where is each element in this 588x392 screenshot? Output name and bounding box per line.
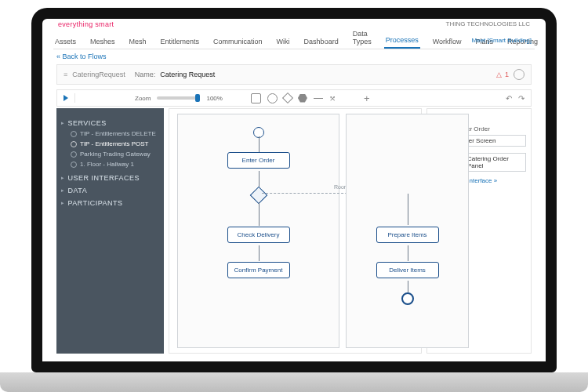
palette-section-ui[interactable]: USER INTERFACES — [61, 174, 159, 182]
back-to-flows-link[interactable]: « Back to Flows — [56, 53, 107, 60]
zoom-handle[interactable] — [195, 94, 200, 102]
separator — [74, 93, 75, 103]
undo-button[interactable]: ↶ — [506, 94, 512, 103]
workarea: SERVICES TIP - Entitlements DELETE TIP -… — [56, 108, 532, 354]
swimlane-1[interactable]: Enter Order Check Delivery Confirm Payme… — [177, 114, 339, 348]
brand-logo: everything smart — [58, 20, 114, 28]
tab-meshes[interactable]: Meshes — [89, 38, 117, 49]
editor-toolbar: Zoom 100% ⤧ + ↶ ↷ — [56, 89, 532, 107]
zoom-slider[interactable] — [157, 96, 200, 100]
palette-section-services[interactable]: SERVICES — [61, 119, 159, 127]
tab-entitlements[interactable]: Entitlements — [159, 38, 201, 49]
zoom-label: Zoom — [135, 95, 151, 102]
tenant-company: THING TECHNOLOGIES LLC — [446, 20, 530, 28]
zoom-value: 100% — [206, 95, 222, 102]
add-element-button[interactable]: + — [364, 93, 370, 104]
warning-count: 1 — [505, 71, 509, 78]
tab-communication[interactable]: Communication — [212, 38, 264, 49]
flow-name-bar: ≡ CateringRequest Name: Catering Request… — [56, 64, 532, 85]
props-ui-select[interactable]: Catering Order Panel — [463, 153, 526, 172]
diamond-tool-icon[interactable] — [282, 93, 293, 103]
end-event[interactable] — [401, 292, 414, 305]
connector — [259, 171, 260, 187]
process-canvas[interactable]: Enter Order Check Delivery Confirm Payme… — [169, 108, 422, 354]
palette-item[interactable]: Parking Trading Gateway — [61, 149, 159, 159]
hand-tool-icon[interactable]: ⤧ — [329, 94, 336, 103]
palette-item[interactable]: TIP - Entitlements DELETE — [61, 129, 159, 139]
task-prepare-items[interactable]: Prepare Items — [376, 227, 439, 243]
hexagon-tool-icon[interactable] — [298, 94, 307, 103]
flow-id: CateringRequest — [72, 71, 125, 78]
meet-link[interactable]: Meet [Smart Building] — [472, 37, 532, 44]
connector — [408, 281, 408, 292]
swimlane-2[interactable]: Prepare Items Deliver Items — [346, 114, 469, 348]
palette-item[interactable]: 1. Floor - Hallway 1 — [61, 159, 159, 169]
tab-processes[interactable]: Processes — [384, 36, 420, 49]
gateway[interactable] — [249, 187, 267, 205]
tab-workflow[interactable]: Workflow — [431, 38, 463, 49]
tab-mesh[interactable]: Mesh — [128, 38, 148, 49]
connector — [408, 245, 408, 261]
palette-panel: SERVICES TIP - Entitlements DELETE TIP -… — [56, 108, 164, 354]
task-enter-order[interactable]: Enter Order — [227, 152, 290, 169]
validation-warning[interactable]: △ 1 — [496, 71, 509, 78]
flow-name-field[interactable]: Catering Request — [160, 71, 492, 78]
task-confirm-payment[interactable]: Confirm Payment — [227, 262, 290, 278]
tab-assets[interactable]: Assets — [53, 38, 78, 49]
palette-section-data[interactable]: DATA — [61, 187, 159, 194]
connector — [259, 245, 260, 261]
connector — [408, 194, 408, 225]
name-label: Name: — [135, 71, 156, 78]
id-prefix-icon: ≡ — [64, 71, 67, 78]
preview-icon[interactable] — [514, 69, 524, 80]
task-check-delivery[interactable]: Check Delivery — [227, 227, 290, 243]
tab-datatypes[interactable]: Data Types — [351, 30, 373, 49]
palette-item[interactable]: TIP - Entitlements POST — [61, 139, 159, 149]
main-nav: Assets Meshes Mesh Entitlements Communic… — [53, 34, 535, 49]
connector-tool-icon[interactable] — [314, 98, 323, 99]
palette-section-participants[interactable]: PARTICIPANTS — [61, 199, 159, 207]
connector — [259, 202, 260, 226]
rect-tool-icon[interactable] — [251, 93, 261, 103]
tenant-info: THING TECHNOLOGIES LLC — [446, 20, 530, 28]
circle-tool-icon[interactable] — [267, 93, 278, 103]
warning-icon: △ — [496, 71, 502, 78]
task-deliver-items[interactable]: Deliver Items — [376, 262, 439, 278]
run-button[interactable] — [64, 95, 68, 101]
connector — [259, 136, 260, 152]
tab-wiki[interactable]: Wiki — [275, 38, 292, 49]
laptop-base — [0, 372, 588, 392]
tab-dashboard[interactable]: Dashboard — [303, 38, 340, 49]
redo-button[interactable]: ↷ — [518, 94, 524, 103]
laptop-frame: everything smart THING TECHNOLOGIES LLC … — [31, 8, 557, 372]
